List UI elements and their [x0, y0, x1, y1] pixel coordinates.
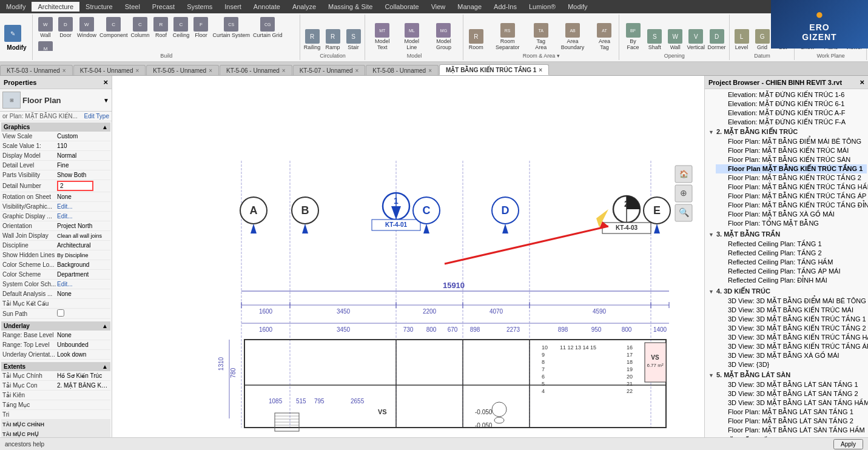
ribbon-tab-massing[interactable]: Massing & Site	[322, 2, 378, 12]
tree-item-3d-tang2[interactable]: 3D View: 3D MẶT BẰNG KIẾN TRÚC TẦNG 2	[716, 324, 867, 333]
ribbon-btn-component[interactable]: CComponent	[98, 16, 129, 39]
ribbon-btn-mullion[interactable]: MMullion	[36, 40, 56, 51]
view-type-dropdown-arrow[interactable]: ▼	[103, 97, 109, 104]
project-browser-close-btn[interactable]: ×	[860, 78, 864, 87]
viewport[interactable]: 15910 1600 3450 2200 4070 4590 1600 3450…	[112, 76, 704, 437]
tree-section-mat-bang-header[interactable]: ▼ 2. MẶT BẰNG KIẾN TRÚC	[706, 127, 867, 137]
doc-tab-2[interactable]: KT-5-05 - Unnamed×	[146, 65, 219, 75]
ribbon-btn-ceiling[interactable]: CCeiling	[171, 16, 190, 39]
ribbon-tab-modify2[interactable]: Modify	[562, 2, 593, 12]
ribbon-tab-lumion[interactable]: Lumion®	[523, 2, 562, 12]
tree-section-3d-header[interactable]: ▼ 4. 3D KIẾN TRÚC	[706, 286, 867, 297]
ribbon-tab-insert[interactable]: Insert	[218, 2, 247, 12]
tree-item-lat-san-2[interactable]: Floor Plan: MẶT BẰNG LÁT SÀN TẦNG 2	[716, 417, 867, 426]
ribbon-tab-steel[interactable]: Steel	[119, 2, 146, 12]
ribbon-btn-room-sep[interactable]: RSRoom Separator	[487, 22, 528, 52]
tree-section-mat-cat-header[interactable]: ▼ 6. MẶT CẮT KIẾN TRÚC	[706, 436, 867, 437]
ribbon-btn-curtain-grid[interactable]: CGCurtain Grid	[252, 16, 284, 39]
apply-button[interactable]: Apply	[833, 439, 863, 449]
ribbon-btn-model-text[interactable]: MTModel Text	[368, 22, 396, 52]
tree-item-3d-xa-go[interactable]: 3D View: 3D MẶT BẰNG XÀ GỒ MÁI	[716, 351, 867, 360]
doc-tab-1[interactable]: KT-5-04 - Unnamed×	[73, 65, 146, 75]
ribbon-btn-modify[interactable]: ✎	[3, 24, 30, 43]
ribbon-tab-analyze[interactable]: Analyze	[286, 2, 322, 12]
ribbon-btn-dormer[interactable]: DDormer	[707, 28, 727, 52]
doc-tab-4[interactable]: KT-5-07 - Unnamed×	[293, 65, 366, 75]
tree-item-elevation-2[interactable]: Elevation: MẶT ĐỨNG KIẾN TRÚC 6-1	[716, 99, 867, 109]
tree-section-lat-san-header[interactable]: ▼ 5. MẶT BẰNG LÁT SÀN	[706, 370, 867, 380]
doc-tab-3[interactable]: KT-5-06 - Unnamed×	[220, 65, 292, 75]
tree-item-tran-1[interactable]: Reflected Ceiling Plan: TẦNG 1	[716, 240, 867, 249]
ribbon-tab-addins[interactable]: Add-Ins	[488, 2, 523, 12]
ribbon-btn-area-tag[interactable]: ATArea Tag	[593, 22, 616, 52]
tree-item-lat-san-1[interactable]: Floor Plan: MẶT BẰNG LÁT SÀN TẦNG 1	[716, 408, 867, 417]
tree-item-3d-view[interactable]: 3D View: {3D}	[716, 360, 867, 369]
tree-item-tran-ham[interactable]: Reflected Ceiling Plan: TẦNG HẦM	[716, 258, 867, 267]
ribbon-tab-annotate[interactable]: Annotate	[247, 2, 286, 12]
tree-item-lat-san-3d-2[interactable]: 3D View: 3D MẶT BẰNG LÁT SÀN TẦNG 2	[716, 389, 867, 398]
ribbon-btn-vertical[interactable]: VVertical	[686, 28, 705, 52]
tree-item-mb-tang-ham[interactable]: Floor Plan: MẶT BẰNG KIẾN TRÚC TẦNG HẦM	[716, 183, 867, 192]
ribbon-btn-area-boundary[interactable]: ABArea Boundary	[554, 22, 591, 52]
doc-tab-0[interactable]: KT-5-03 - Unnamed×	[0, 65, 73, 75]
ribbon-btn-curtain-system[interactable]: CSCurtain System	[211, 16, 251, 39]
prop-section-graphics-header[interactable]: Graphics▲	[1, 123, 110, 132]
ribbon-btn-floor[interactable]: FFloor	[191, 16, 210, 39]
ribbon-btn-room[interactable]: RRoom	[466, 28, 486, 52]
tree-item-3d-tang-ham[interactable]: 3D View: 3D MẶT BẰNG KIẾN TRÚC TẦNG HẦM	[716, 333, 867, 342]
ribbon-btn-window[interactable]: WWindow	[76, 16, 98, 39]
tree-item-lat-san-ham[interactable]: Floor Plan: MẶT BẰNG LÁT SÀN TẦNG HẦM	[716, 426, 867, 435]
ribbon-tab-view[interactable]: View	[425, 2, 452, 12]
tree-item-elevation-4[interactable]: Elevation: MẶT ĐỨNG KIẾN TRÚC F-A	[716, 118, 867, 127]
ribbon-tab-modify[interactable]: Modify	[0, 2, 32, 12]
tree-item-3d-mai[interactable]: 3D View: 3D MẶT BẰNG KIẾN TRÚC MÁI	[716, 306, 867, 315]
tree-section-tran-header[interactable]: ▼ 3. MẶT BẰNG TRẦN	[706, 229, 867, 240]
ribbon-btn-ramp[interactable]: RRamp	[323, 28, 343, 52]
tree-item-lat-san-3d-1[interactable]: 3D View: 3D MẶT BẰNG LÁT SÀN TẦNG 1	[716, 380, 867, 389]
ribbon-tab-architecture[interactable]: Architecture	[32, 2, 79, 12]
tree-item-mb-tang1-active[interactable]: Floor Plan MẶT BẰNG KIẾN TRÚC TẦNG 1	[716, 164, 867, 173]
tree-item-tong-mb[interactable]: Floor Plan: TỔNG MẶT BẰNG	[716, 219, 867, 228]
ribbon-tab-systems[interactable]: Systems	[181, 2, 218, 12]
properties-close-btn[interactable]: ×	[103, 78, 108, 87]
prop-section-underlay-header[interactable]: Underlay▲	[1, 321, 110, 331]
tree-item-tran-dinh-mai[interactable]: Reflected Ceiling Plan: ĐỈNH MÁI	[716, 276, 867, 285]
tree-item-mb-tang2[interactable]: Floor Plan: MẶT BẰNG KIẾN TRÚC TẦNG 2	[716, 173, 867, 183]
tree-item-mb-mai[interactable]: Floor Plan: MẶT BẰNG KIẾN TRÚC MÁI	[716, 146, 867, 155]
doc-tab-5[interactable]: KT-5-08 - Unnamed×	[366, 65, 439, 75]
ribbon-btn-column[interactable]: CColumn	[129, 16, 150, 39]
ribbon-btn-stair[interactable]: SStair	[344, 28, 363, 52]
ribbon-btn-tag-area[interactable]: TATag Area	[530, 22, 553, 52]
ribbon-btn-model-line[interactable]: MLModel Line	[397, 22, 426, 52]
ribbon-btn-level[interactable]: LLevel	[732, 28, 752, 52]
ribbon-tab-manage[interactable]: Manage	[451, 2, 488, 12]
ribbon-btn-shaft[interactable]: SShaft	[645, 28, 664, 52]
edit-type-btn[interactable]: Edit Type	[84, 113, 109, 119]
tree-item-lat-san-3d-ham[interactable]: 3D View: 3D MẶT BẰNG LÁT SÀN TẦNG HẦM	[716, 398, 867, 408]
ribbon-btn-roof[interactable]: RRoof	[151, 16, 170, 39]
tree-item-mb-xa-go-mai[interactable]: Floor Plan: MẶT BẰNG XÀ GỒ MÁI	[716, 210, 867, 219]
tree-item-tran-ap-mai[interactable]: Reflected Ceiling Plan: TẦNG ÁP MÁI	[716, 267, 867, 276]
ribbon-btn-door[interactable]: DDoor	[56, 16, 75, 39]
tree-item-mb-ap-mai[interactable]: Floor Plan: MẶT BẰNG KIẾN TRÚC TẦNG ÁP M…	[716, 192, 867, 201]
tree-item-3d-diem-mai[interactable]: 3D View: 3D MẶT BẰNG ĐIỂM MÁI BÊ TÔNG	[716, 297, 867, 306]
ribbon-btn-grid[interactable]: GGrid	[753, 28, 772, 52]
ribbon-tab-collaborate[interactable]: Collaborate	[378, 2, 425, 12]
tree-item-mb-san[interactable]: Floor Plan: MẶT BẰNG KIẾN TRÚC SÀN	[716, 155, 867, 164]
tree-item-elevation-3[interactable]: Elevation: MẶT ĐỨNG KIẾN TRÚC A-F	[716, 109, 867, 118]
ribbon-btn-wall-opening[interactable]: WWall	[665, 28, 685, 52]
ribbon-tab-precast[interactable]: Precast	[146, 2, 181, 12]
tree-item-mb-dinh-mai[interactable]: Floor Plan: MẶT BẰNG KIẾN TRÚC TẦNG ĐỈNH…	[716, 201, 867, 210]
tree-item-mb-diem-mai[interactable]: Floor Plan: MẶT BẰNG ĐIỂM MÁI BÊ TÔNG	[716, 137, 867, 146]
doc-tab-active[interactable]: MẶT BẰNG KIẾN TRÚC TẦNG 1×	[439, 64, 549, 75]
ribbon-btn-wall[interactable]: WWall	[36, 16, 55, 39]
tree-item-3d-tang1[interactable]: 3D View: 3D MẶT BẰNG KIẾN TRÚC TẦNG 1	[716, 315, 867, 324]
prop-section-extents-header[interactable]: Extents▲	[1, 362, 110, 371]
ribbon-btn-model-group[interactable]: MGModel Group	[427, 22, 460, 52]
detail-number-input[interactable]	[57, 181, 93, 191]
ribbon-tab-structure[interactable]: Structure	[79, 2, 119, 12]
tree-item-tran-2[interactable]: Reflected Ceiling Plan: TẦNG 2	[716, 249, 867, 258]
ribbon-btn-railing[interactable]: RRailing	[303, 28, 322, 52]
sun-path-checkbox[interactable]	[57, 309, 64, 317]
tree-item-elevation-1[interactable]: Elevation: MẶT ĐỨNG KIẾN TRÚC 1-6	[716, 90, 867, 99]
